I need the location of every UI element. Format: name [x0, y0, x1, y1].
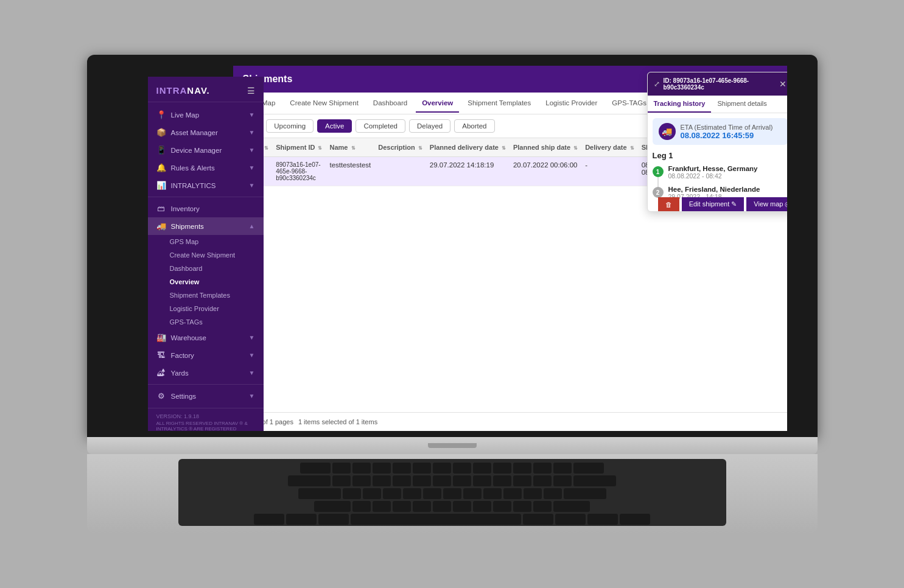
tab-overview[interactable]: Overview [416, 94, 459, 113]
panel-body: 🚚 ETA (Estimated Time of Arrival) 08.08.… [648, 113, 787, 211]
cell-delivery-date: - [581, 157, 638, 186]
selection-info: 1 items selected of 1 items [298, 418, 377, 425]
eta-icon: 🚚 [659, 123, 676, 140]
chevron-down-icon: ▼ [249, 147, 255, 153]
filter-delayed[interactable]: Delayed [409, 119, 450, 133]
sidebar-item-shipments[interactable]: 🚚 Shipments ▲ [148, 217, 264, 235]
filter-completed[interactable]: Completed [356, 119, 405, 133]
chevron-down-icon: ▼ [249, 393, 255, 399]
sidebar-item-intralytics[interactable]: 📊 INTRALYTICS ▼ [148, 177, 264, 194]
sidebar-sub-create-new-shipment[interactable]: Create New Shipment [148, 248, 264, 262]
tab-create-new-shipment[interactable]: Create New Shipment [284, 94, 365, 113]
sidebar-logo: INTRANAV. ☰ [148, 77, 264, 102]
eta-box: 🚚 ETA (Estimated Time of Arrival) 08.08.… [653, 118, 787, 145]
sidebar-sub-gps-tags[interactable]: GPS-TAGs [148, 315, 264, 329]
chevron-down-icon: ▼ [249, 334, 255, 341]
warehouse-icon: 🏭 [156, 333, 166, 342]
panel-tab-shipment-details[interactable]: Shipment details [711, 96, 773, 113]
shipments-icon: 🚚 [156, 222, 166, 231]
col-name: Name ⇅ [326, 138, 374, 157]
edit-shipment-button[interactable]: Edit shipment ✎ [682, 197, 745, 211]
cell-shipment-id: 89073a16-1e07-465e-9668-b90c3360234c [272, 157, 326, 186]
eta-label: ETA (Estimated Time of Arrival) [681, 124, 773, 131]
pages-info: of 1 pages [262, 418, 293, 425]
leg-dot-2: 2 [653, 187, 664, 198]
cell-description [374, 157, 426, 186]
action-bar: 🗑 Edit shipment ✎ View map ◎ [658, 197, 787, 211]
sidebar: INTRANAV. ☰ 📍 Live Map ▼ 📦 Asset Manager… [148, 77, 264, 431]
sidebar-sub-shipment-templates[interactable]: Shipment Templates [148, 289, 264, 302]
yards-icon: 🏕 [156, 368, 166, 377]
filter-active[interactable]: Active [317, 119, 352, 133]
sidebar-item-rules-alerts[interactable]: 🔔 Rules & Alerts ▼ [148, 159, 264, 177]
sidebar-sub-gps-map[interactable]: GPS Map [148, 235, 264, 248]
panel-header: ⤢ ID: 89073a16-1e07-465e-9668-b90c336023… [648, 72, 787, 96]
eta-value: 08.08.2022 16:45:59 [681, 131, 773, 140]
factory-icon: 🏗 [156, 351, 166, 360]
col-delivery-date: Delivery date ⇅ [581, 138, 638, 157]
leg-dot-1: 1 [653, 166, 664, 177]
leg-item-1: 1 Frankfurt, Hesse, Germany 08.08.2022 -… [653, 165, 787, 180]
panel-tab-tracking-history[interactable]: Tracking history [648, 96, 712, 113]
rules-alerts-icon: 🔔 [156, 163, 166, 172]
chevron-down-icon: ▼ [249, 182, 255, 189]
sidebar-item-yards[interactable]: 🏕 Yards ▼ [148, 364, 264, 382]
sidebar-item-factory[interactable]: 🏗 Factory ▼ [148, 346, 264, 364]
cell-name: testtestestest [326, 157, 374, 186]
sidebar-sub-overview[interactable]: Overview [148, 275, 264, 289]
view-map-button[interactable]: View map ◎ [746, 197, 787, 211]
col-planned-ship-date: Planned ship date ⇅ [510, 138, 581, 157]
leg-title: Leg 1 [653, 151, 787, 160]
tab-logistic-provider[interactable]: Logistic Provider [539, 94, 603, 113]
inventory-icon: 🗃 [156, 204, 166, 213]
panel-tabs: Tracking history Shipment details [648, 96, 787, 113]
cell-planned-delivery-date: 29.07.2022 14:18:19 [426, 157, 510, 186]
filter-aborted[interactable]: Aborted [454, 119, 494, 133]
chevron-down-icon: ▼ [249, 111, 255, 118]
tab-dashboard[interactable]: Dashboard [367, 94, 413, 113]
asset-manager-icon: 📦 [156, 128, 166, 137]
table-footer: 1 ▼ of 1 pages 1 items selected of 1 ite… [233, 412, 787, 431]
sidebar-sub-logistic-provider[interactable]: Logistic Provider [148, 302, 264, 315]
sidebar-item-device-manager[interactable]: 📱 Device Manager ▼ [148, 141, 264, 159]
close-icon[interactable]: ✕ [779, 79, 787, 89]
sidebar-item-warehouse[interactable]: 🏭 Warehouse ▼ [148, 329, 264, 346]
sidebar-item-inventory[interactable]: 🗃 Inventory [148, 200, 264, 217]
tracking-side-panel: ⤢ ID: 89073a16-1e07-465e-9668-b90c336023… [647, 72, 787, 212]
expand-icon[interactable]: ⤢ [654, 80, 660, 88]
cell-planned-ship-date: 20.07.2022 00:06:00 [510, 157, 581, 186]
app-logo: INTRANAV. [156, 85, 210, 96]
main-area: Shipments GPS Map Create New Shipment Da… [233, 66, 787, 431]
version-info: VERSION: 1.9.18 ALL RIGHTS RESERVED INTR… [148, 408, 264, 431]
delete-button[interactable]: 🗑 [658, 197, 679, 211]
leg-time-1: 08.08.2022 - 08:42 [668, 172, 758, 180]
chevron-down-icon: ▼ [249, 164, 255, 171]
chevron-down-icon: ▼ [249, 129, 255, 136]
chevron-up-icon: ▲ [249, 223, 255, 229]
tab-shipment-templates[interactable]: Shipment Templates [461, 94, 537, 113]
leg-location-2: Hee, Friesland, Niederlande [668, 186, 760, 193]
live-map-icon: 📍 [156, 110, 166, 119]
hamburger-icon[interactable]: ☰ [247, 86, 255, 96]
sidebar-sub-dashboard[interactable]: Dashboard [148, 262, 264, 275]
filter-upcoming[interactable]: Upcoming [266, 119, 314, 133]
keyboard [178, 459, 726, 526]
settings-icon: ⚙ [156, 391, 166, 401]
col-shipment-id: Shipment ID ⇅ [272, 138, 326, 157]
panel-id: ID: 89073a16-1e07-465e-9668-b90c3360234c [664, 77, 779, 91]
chevron-down-icon: ▼ [249, 369, 255, 376]
col-description: Description ⇅ [374, 138, 426, 157]
device-manager-icon: 📱 [156, 145, 166, 155]
sidebar-item-asset-manager[interactable]: 📦 Asset Manager ▼ [148, 124, 264, 141]
sidebar-nav: 📍 Live Map ▼ 📦 Asset Manager ▼ 📱 Device … [148, 102, 264, 408]
leg-location-1: Frankfurt, Hesse, Germany [668, 165, 758, 172]
chevron-down-icon: ▼ [249, 352, 255, 359]
intralytics-icon: 📊 [156, 181, 166, 190]
sidebar-item-live-map[interactable]: 📍 Live Map ▼ [148, 106, 264, 124]
col-planned-delivery-date: Planned delivery date ⇅ [426, 138, 510, 157]
tab-gps-tags[interactable]: GPS-TAGs [606, 94, 653, 113]
sidebar-item-settings[interactable]: ⚙ Settings ▼ [148, 387, 264, 405]
